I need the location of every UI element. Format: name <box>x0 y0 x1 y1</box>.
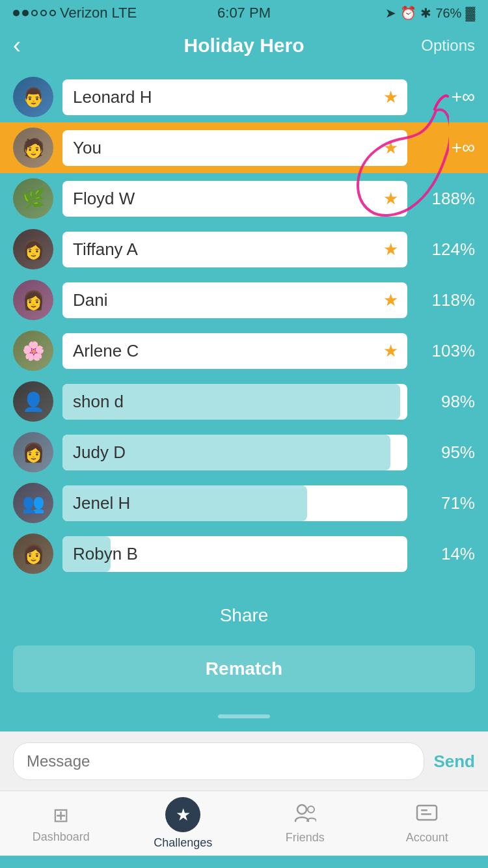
svg-point-0 <box>297 805 306 814</box>
name-text: Jenel H <box>73 493 130 513</box>
svg-rect-3 <box>421 809 427 811</box>
status-bar: Verizon LTE 6:07 PM ➤ ⏰ ✱ 76% ▓ <box>0 0 488 26</box>
name-bar-container: You★ <box>62 130 407 166</box>
avatar: 👩 <box>13 432 53 472</box>
carrier-label: Verizon <box>60 5 107 21</box>
svg-rect-4 <box>421 813 431 815</box>
name-bar-container: Floyd W★ <box>62 181 407 217</box>
name-text: Judy D <box>73 442 126 462</box>
page-title: Holiday Hero <box>183 34 304 57</box>
leaderboard-row: 👥Jenel H71% <box>0 478 488 528</box>
name-bar-progress: Judy D <box>62 435 407 470</box>
score-label: 14% <box>416 544 475 564</box>
dashboard-icon: ⊞ <box>53 804 69 826</box>
signal-dot-3 <box>31 10 38 16</box>
svg-point-1 <box>308 806 314 813</box>
name-bar-container: Dani★ <box>62 282 407 318</box>
leaderboard-row: 👩Dani★118% <box>0 275 488 325</box>
name-bar-container: Arlene C★ <box>62 333 407 369</box>
leaderboard-row: 👩Tiffany A★124% <box>0 224 488 275</box>
name-bar: Tiffany A★ <box>62 232 407 267</box>
back-button[interactable]: ‹ <box>13 34 21 57</box>
signal-dot-4 <box>40 10 47 16</box>
leaderboard-row: 👨Leonard H★+∞ <box>0 72 488 122</box>
leaderboard-row: 👩Robyn B14% <box>0 528 488 579</box>
name-bar: Dani★ <box>62 282 407 318</box>
tab-item-account[interactable]: Account <box>366 791 489 856</box>
name-bar: You★ <box>62 130 407 166</box>
battery-label: 76% <box>435 6 461 21</box>
leaderboard-row: 🧑You★+∞ <box>0 122 488 173</box>
friends-icon <box>294 803 316 827</box>
battery-icon: ▓ <box>465 6 475 21</box>
tab-item-friends[interactable]: Friends <box>244 791 366 856</box>
name-bar-container: Tiffany A★ <box>62 232 407 267</box>
score-label: 188% <box>416 189 475 209</box>
svg-rect-2 <box>417 806 437 820</box>
score-label: +∞ <box>416 87 475 107</box>
tab-bar: ⊞Dashboard★ChallengesFriendsAccount <box>0 791 488 856</box>
avatar: 🌸 <box>13 331 53 371</box>
name-bar-container: shon d <box>62 384 407 420</box>
status-right: ➤ ⏰ ✱ 76% ▓ <box>385 5 475 21</box>
status-left: Verizon LTE <box>13 5 137 21</box>
avatar: 👩 <box>13 534 53 574</box>
send-button[interactable]: Send <box>433 752 475 772</box>
account-icon <box>416 803 438 827</box>
network-label: LTE <box>111 5 137 21</box>
score-label: +∞ <box>416 137 475 158</box>
leaderboard-row: 🌸Arlene C★103% <box>0 325 488 376</box>
avatar: 👥 <box>13 483 53 523</box>
scroll-indicator <box>0 705 488 731</box>
avatar: 👩 <box>13 229 53 269</box>
name-text: Robyn B <box>73 544 138 563</box>
leaderboard-row: 👩Judy D95% <box>0 427 488 478</box>
alarm-icon: ⏰ <box>400 5 416 21</box>
friends-tab-label: Friends <box>286 831 325 845</box>
options-button[interactable]: Options <box>421 36 475 55</box>
avatar: 👨 <box>13 77 53 117</box>
name-bar-container: Leonard H★ <box>62 79 407 115</box>
score-label: 71% <box>416 493 475 513</box>
score-label: 124% <box>416 239 475 260</box>
score-label: 98% <box>416 392 475 412</box>
avatar: 👤 <box>13 381 53 422</box>
name-bar-container: Judy D <box>62 435 407 470</box>
name-bar-progress: Jenel H <box>62 485 407 521</box>
signal-dot-5 <box>49 10 56 16</box>
name-bar-progress: Robyn B <box>62 536 407 572</box>
tab-item-dashboard[interactable]: ⊞Dashboard <box>0 791 122 856</box>
score-label: 103% <box>416 341 475 361</box>
tab-item-challenges[interactable]: ★Challenges <box>122 791 245 856</box>
signal-dots <box>13 10 56 16</box>
message-area: Send <box>0 731 488 791</box>
avatar: 👩 <box>13 280 53 320</box>
challenges-icon: ★ <box>165 797 200 832</box>
name-bar: Arlene C★ <box>62 333 407 369</box>
status-time: 6:07 PM <box>217 5 271 21</box>
leaderboard-row: 🌿Floyd W★188% <box>0 173 488 224</box>
leaderboard: 👨Leonard H★+∞🧑You★+∞🌿Floyd W★188%👩Tiffan… <box>0 65 488 586</box>
challenges-tab-label: Challenges <box>154 836 212 850</box>
rematch-section: Rematch <box>0 639 488 705</box>
leaderboard-row: 👤shon d98% <box>0 376 488 427</box>
bluetooth-icon: ✱ <box>420 5 431 21</box>
name-bar: Floyd W★ <box>62 181 407 217</box>
share-button[interactable]: Share <box>220 605 269 626</box>
rematch-button[interactable]: Rematch <box>13 645 475 692</box>
location-icon: ➤ <box>385 5 396 21</box>
signal-dot-2 <box>22 10 29 16</box>
name-bar-container: Jenel H <box>62 485 407 521</box>
score-label: 118% <box>416 290 475 310</box>
scroll-bar <box>218 714 270 718</box>
name-bar-container: Robyn B <box>62 536 407 572</box>
name-text: shon d <box>73 392 124 411</box>
avatar: 🧑 <box>13 128 53 168</box>
dashboard-tab-label: Dashboard <box>33 830 90 844</box>
signal-dot-1 <box>13 10 20 16</box>
message-input[interactable] <box>13 742 424 780</box>
name-bar: Leonard H★ <box>62 79 407 115</box>
avatar: 🌿 <box>13 178 53 219</box>
account-tab-label: Account <box>406 831 448 845</box>
name-bar-progress: shon d <box>62 384 407 420</box>
